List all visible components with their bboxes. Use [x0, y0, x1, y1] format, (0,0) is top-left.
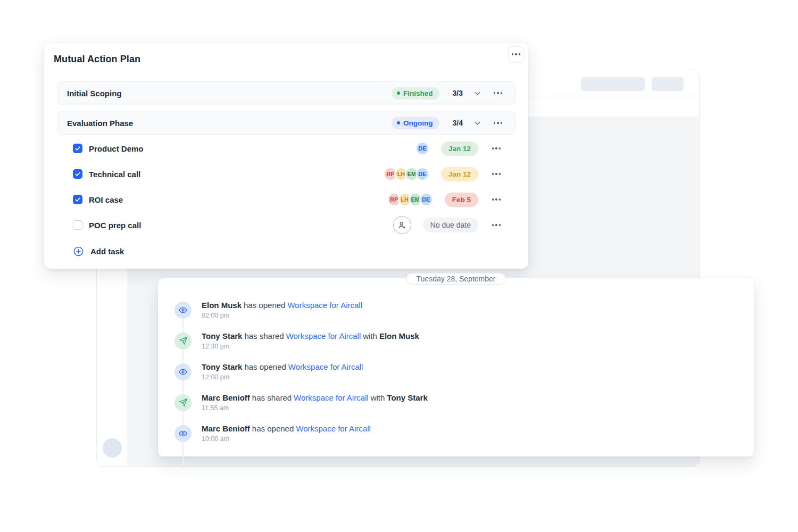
skeleton-button	[581, 77, 645, 91]
task-menu-button[interactable]	[490, 193, 503, 206]
task-count: 3/4	[453, 119, 463, 127]
task-label: POC prep call	[89, 221, 141, 230]
timeline-event: Elon Muskhas openedWorkspace for Aircall…	[174, 301, 362, 319]
timeline-event: Marc Benioffhas openedWorkspace for Airc…	[174, 424, 371, 443]
collapse-phase-button[interactable]	[471, 117, 484, 129]
event-target: Tony Stark	[387, 393, 427, 402]
task-menu-button[interactable]	[490, 219, 503, 231]
person-add-icon	[397, 220, 407, 230]
status-dot-icon	[397, 121, 400, 124]
page-title: Mutual Action Plan	[54, 54, 140, 65]
event-action: has opened	[252, 424, 294, 433]
status-dot-icon	[397, 92, 400, 95]
chevron-down-icon	[473, 119, 481, 127]
status-badge: Ongoing	[392, 117, 439, 129]
event-time: 12:00 pm	[202, 373, 363, 381]
ellipsis-icon	[492, 147, 501, 149]
task-checkbox[interactable]	[73, 220, 82, 230]
task-row-technical-call: Technical call RP LH EM DE Jan 12	[44, 161, 528, 187]
assignee-avatars: RP LH EM DE	[384, 167, 429, 181]
add-task-label: Add task	[90, 247, 124, 256]
event-connector: with	[371, 393, 385, 402]
workspace-link[interactable]: Workspace for Aircall	[294, 393, 369, 402]
timeline-event: Marc Benioffhas sharedWorkspace for Airc…	[174, 393, 428, 412]
event-action: has shared	[252, 393, 292, 402]
ellipsis-icon	[494, 92, 503, 94]
assignee-avatars: DE	[415, 142, 429, 155]
event-actor: Tony Stark	[202, 331, 242, 340]
event-action: has opened	[244, 362, 286, 371]
phase-row-evaluation-phase[interactable]: Evaluation Phase Ongoing 3/4	[57, 111, 516, 135]
event-time: 12:30 pm	[202, 343, 419, 350]
workspace-link[interactable]: Workspace for Aircall	[296, 424, 371, 433]
phase-menu-button[interactable]	[492, 117, 504, 129]
task-checkbox[interactable]	[73, 195, 82, 204]
task-row-roi-case: ROI case RP LH EM DE Feb 5	[44, 187, 528, 212]
assignee-avatars: RP LH EM DE	[387, 193, 433, 206]
workspace-link[interactable]: Workspace for Aircall	[287, 301, 362, 310]
due-date-pill[interactable]: Jan 12	[441, 167, 478, 181]
ellipsis-icon	[492, 198, 501, 201]
eye-icon	[174, 302, 192, 319]
plus-circle-icon	[73, 246, 84, 257]
ellipsis-icon	[492, 173, 501, 175]
chevron-down-icon	[473, 89, 481, 97]
event-actor: Elon Musk	[202, 301, 242, 310]
activity-timeline-card: Tuesday 28, September Elon Muskhas opene…	[158, 278, 754, 456]
collapse-phase-button[interactable]	[471, 87, 484, 99]
eye-icon	[174, 425, 192, 442]
due-date-pill[interactable]: No due date	[423, 218, 478, 232]
send-icon	[174, 332, 192, 350]
event-time: 10:00 am	[202, 435, 371, 443]
task-checkbox[interactable]	[73, 169, 82, 179]
due-date-pill[interactable]: Feb 5	[445, 193, 478, 207]
event-time: 11:55 am	[202, 404, 428, 412]
task-menu-button[interactable]	[490, 142, 503, 155]
event-target: Elon Musk	[379, 331, 419, 340]
task-row-poc-prep-call: POC prep call No due date	[44, 212, 528, 238]
avatar-placeholder	[103, 438, 122, 458]
page: Mutual Action Plan Initial Scoping Finis…	[0, 0, 798, 532]
task-menu-button[interactable]	[490, 168, 503, 180]
task-checkbox[interactable]	[73, 144, 82, 153]
phase-label: Initial Scoping	[67, 89, 122, 98]
timeline-event: Tony Starkhas openedWorkspace for Aircal…	[174, 362, 363, 381]
task-row-product-demo: Product Demo DE Jan 12	[44, 136, 528, 161]
send-icon	[174, 394, 192, 411]
ellipsis-icon	[494, 122, 503, 124]
task-label: ROI case	[89, 195, 123, 204]
add-task-button[interactable]: Add task	[73, 243, 124, 260]
check-icon	[74, 196, 81, 203]
workspace-link[interactable]: Workspace for Aircall	[288, 362, 363, 371]
event-action: has opened	[244, 301, 285, 310]
ellipsis-icon	[492, 224, 501, 226]
ellipsis-icon	[512, 53, 521, 55]
task-label: Technical call	[89, 170, 140, 179]
add-assignee-button[interactable]	[393, 216, 411, 234]
avatar[interactable]: DE	[419, 193, 433, 206]
timeline-date-pill: Tuesday 28, September	[406, 273, 506, 285]
card-menu-button[interactable]	[508, 46, 524, 62]
check-icon	[74, 145, 81, 152]
due-date-pill[interactable]: Jan 12	[441, 142, 478, 156]
event-action: has shared	[244, 331, 284, 340]
eye-icon	[174, 363, 192, 380]
event-connector: with	[363, 331, 377, 340]
event-actor: Marc Benioff	[202, 393, 250, 402]
mutual-action-plan-card: Mutual Action Plan Initial Scoping Finis…	[44, 43, 528, 269]
task-label: Product Demo	[89, 144, 144, 153]
timeline-event: Tony Starkhas sharedWorkspace for Aircal…	[174, 331, 419, 350]
task-count: 3/3	[453, 89, 463, 97]
event-time: 02:00 pm	[202, 312, 362, 319]
avatar[interactable]: DE	[415, 167, 429, 181]
status-badge: Finished	[392, 87, 439, 99]
avatar[interactable]: DE	[415, 142, 429, 155]
event-actor: Tony Stark	[202, 362, 242, 371]
event-actor: Marc Benioff	[202, 424, 250, 433]
skeleton-button	[652, 77, 684, 91]
phase-label: Evaluation Phase	[67, 119, 133, 128]
phase-menu-button[interactable]	[492, 87, 504, 99]
phase-row-initial-scoping[interactable]: Initial Scoping Finished 3/3	[57, 81, 516, 105]
check-icon	[74, 171, 81, 177]
workspace-link[interactable]: Workspace for Aircall	[286, 331, 361, 340]
